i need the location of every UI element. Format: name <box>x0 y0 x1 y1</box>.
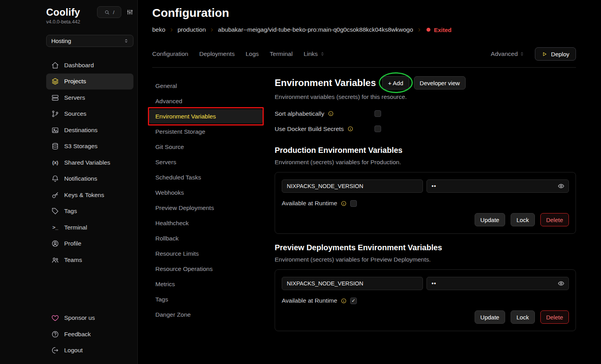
sidebar-item-label: S3 Storages <box>64 143 97 150</box>
update-button[interactable]: Update <box>475 213 505 226</box>
lock-button[interactable]: Lock <box>511 213 535 226</box>
subnav-item-resource-operations[interactable]: Resource Operations <box>152 261 269 276</box>
sidebar-footer: Sponsor usFeedbackLogout <box>46 310 133 359</box>
sidebar-item-profile[interactable]: Profile <box>46 236 133 252</box>
production-env-heading: Production Environment Variables <box>275 146 576 155</box>
search-shortcut-hint: / <box>113 9 115 15</box>
toggle-row-use-docker-build-secrets: Use Docker Build Secrets <box>275 121 576 136</box>
eye-icon[interactable] <box>558 183 565 190</box>
sort-alphabetically-checkbox[interactable] <box>374 110 381 117</box>
search-box[interactable]: / <box>97 6 121 18</box>
filter-sliders-icon[interactable] <box>126 9 133 16</box>
breadcrumb: beko production abubakar--meigag/vid-tub… <box>152 26 576 33</box>
profile-icon <box>51 240 59 247</box>
tab-terminal[interactable]: Terminal <box>270 50 293 57</box>
eye-icon[interactable] <box>558 280 565 287</box>
chevron-up-down-icon <box>320 51 325 57</box>
home-icon <box>51 61 59 69</box>
env-name-input[interactable] <box>282 179 423 193</box>
deploy-button[interactable]: Deploy <box>535 47 576 61</box>
sidebar-item-servers[interactable]: Servers <box>46 90 133 106</box>
subnav-item-persistent-storage[interactable]: Persistent Storage <box>152 124 269 139</box>
subnav-item-advanced[interactable]: Advanced <box>152 93 269 109</box>
env-var-card: Available at Runtime ✓ Update Lock Delet… <box>275 269 576 331</box>
use-docker-build-secrets-checkbox[interactable] <box>374 126 381 132</box>
breadcrumb-environment[interactable]: production <box>178 26 206 33</box>
sidebar-item-label: Dashboard <box>64 62 94 69</box>
tab-links[interactable]: Links <box>304 50 325 57</box>
sidebar-item-s3-storages[interactable]: S3 Storages <box>46 138 133 155</box>
toggle-label: Sort alphabetically <box>275 110 324 117</box>
sidebar-item-label: Shared Variables <box>64 159 110 166</box>
tab-configuration[interactable]: Configuration <box>152 50 188 57</box>
subnav-item-general[interactable]: General <box>152 78 269 93</box>
toggle-row-sort-alphabetically: Sort alphabetically <box>275 106 576 121</box>
sidebar-item-sponsor-us[interactable]: Sponsor us <box>46 310 133 326</box>
env-value-input[interactable] <box>426 277 569 290</box>
add-button[interactable]: + Add <box>382 76 409 90</box>
info-icon <box>328 111 334 117</box>
tab-deployments[interactable]: Deployments <box>199 50 234 57</box>
coolify-app: Coolify / v4.0.0-beta.442 Hosting Dashbo… <box>0 0 601 364</box>
sidebar-item-sources[interactable]: Sources <box>46 106 133 122</box>
subnav-item-tags[interactable]: Tags <box>152 292 269 307</box>
key-icon <box>51 191 59 199</box>
git-branch-icon <box>51 110 59 118</box>
sidebar-item-keys-tokens[interactable]: Keys & Tokens <box>46 187 133 203</box>
sidebar-item-label: Profile <box>64 240 81 247</box>
sidebar-item-teams[interactable]: Teams <box>46 252 133 268</box>
available-at-runtime-checkbox[interactable]: ✓ <box>350 298 357 304</box>
subnav-item-webhooks[interactable]: Webhooks <box>152 185 269 200</box>
subnav-item-git-source[interactable]: Git Source <box>152 139 269 154</box>
sidebar-item-label: Tags <box>64 208 77 215</box>
sidebar-item-projects[interactable]: Projects <box>46 74 133 90</box>
subnav-item-servers[interactable]: Servers <box>152 154 269 170</box>
tag-icon <box>51 207 59 215</box>
subnav-item-rollback[interactable]: Rollback <box>152 231 269 246</box>
update-button[interactable]: Update <box>475 310 505 324</box>
sidebar-item-label: Destinations <box>64 127 97 134</box>
sidebar-item-dashboard[interactable]: Dashboard <box>46 57 133 74</box>
subnav-item-metrics[interactable]: Metrics <box>152 276 269 292</box>
lock-button[interactable]: Lock <box>511 310 535 324</box>
sidebar-item-label: Servers <box>64 94 85 101</box>
developer-view-button[interactable]: Developer view <box>414 76 466 90</box>
sidebar-nav: DashboardProjectsServersSourcesDestinati… <box>46 57 133 268</box>
subnav-item-scheduled-tasks[interactable]: Scheduled Tasks <box>152 170 269 185</box>
delete-button[interactable]: Delete <box>540 213 569 226</box>
preview-env-subtitle: Environment (secrets) variables for Prev… <box>275 256 576 263</box>
tab-bar-right: Advanced Deploy <box>491 47 576 61</box>
tab-logs[interactable]: Logs <box>246 50 259 57</box>
breadcrumb-project[interactable]: beko <box>152 26 166 33</box>
sidebar-item-shared-variables[interactable]: (x)Shared Variables <box>46 154 133 171</box>
sidebar-item-notifications[interactable]: Notifications <box>46 171 133 187</box>
env-name-input[interactable] <box>282 277 423 290</box>
info-icon <box>347 126 353 132</box>
subnav-item-preview-deployments[interactable]: Preview Deployments <box>152 200 269 215</box>
team-select[interactable]: Hosting <box>46 35 133 47</box>
info-icon <box>341 201 347 206</box>
sidebar-item-logout[interactable]: Logout <box>46 342 133 359</box>
sidebar-item-tags[interactable]: Tags <box>46 203 133 220</box>
subnav-item-environment-variables[interactable]: Environment Variables <box>152 109 269 124</box>
env-value-input[interactable] <box>426 179 569 193</box>
sidebar-item-destinations[interactable]: Destinations <box>46 122 133 138</box>
subnav-item-resource-limits[interactable]: Resource Limits <box>152 246 269 261</box>
sidebar-item-feedback[interactable]: Feedback <box>46 326 133 342</box>
toggle-label: Use Docker Build Secrets <box>275 126 344 133</box>
subnav-item-healthcheck[interactable]: Healthcheck <box>152 215 269 231</box>
chevron-right-icon <box>169 27 174 32</box>
sidebar-item-terminal[interactable]: >_Terminal <box>46 219 133 236</box>
production-env-subtitle: Environment (secrets) variables for Prod… <box>275 159 576 166</box>
delete-button[interactable]: Delete <box>540 310 569 324</box>
play-icon <box>542 51 547 57</box>
breadcrumb-resource[interactable]: abubakar--meigag/vid-tube-beko-pro:main-… <box>218 26 413 33</box>
available-at-runtime-checkbox[interactable] <box>350 200 357 207</box>
team-select-value: Hosting <box>51 38 71 44</box>
subnav-item-danger-zone[interactable]: Danger Zone <box>152 307 269 322</box>
advanced-select[interactable]: Advanced <box>491 50 525 57</box>
sidebar-header: Coolify / <box>46 6 133 18</box>
database-icon <box>51 142 59 150</box>
content-subtitle: Environment variables (secrets) for this… <box>275 93 576 100</box>
env-var-card: Available at Runtime Update Lock Delete <box>275 172 576 234</box>
